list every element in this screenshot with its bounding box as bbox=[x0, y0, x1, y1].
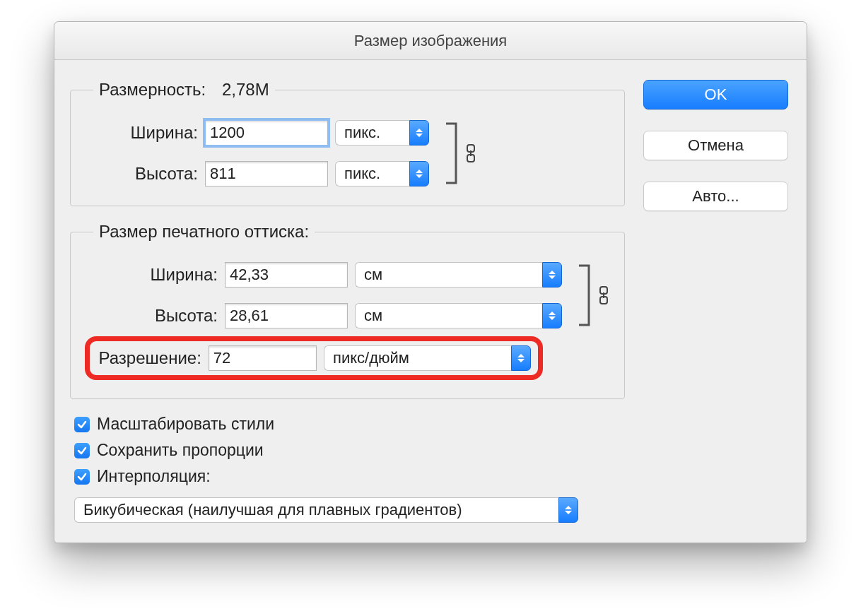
interpolation-value: Бикубическая (наилучшая для плавных град… bbox=[74, 497, 558, 523]
dialog-titlebar: Размер изображения bbox=[54, 22, 807, 60]
pixel-height-row: Высота: 811 пикс. bbox=[85, 161, 429, 186]
resolution-unit-select[interactable]: пикс/дюйм bbox=[324, 345, 531, 371]
pixel-dimensions-value: 2,78M bbox=[222, 80, 269, 99]
pixel-width-input[interactable]: 1200 bbox=[205, 120, 328, 146]
doc-height-input[interactable]: 28,61 bbox=[225, 303, 348, 328]
ok-button[interactable]: OK bbox=[643, 80, 788, 109]
document-size-group: Размер печатного оттиска: Ширина: 42,33 … bbox=[70, 222, 625, 399]
pixel-height-unit-select[interactable]: пикс. bbox=[335, 161, 429, 186]
doc-width-unit-value: см bbox=[355, 262, 542, 288]
pixel-width-row: Ширина: 1200 пикс. bbox=[85, 120, 429, 146]
cancel-button[interactable]: Отмена bbox=[643, 131, 788, 160]
pixel-width-label: Ширина: bbox=[85, 123, 198, 143]
constrain-proportions-label: Сохранить пропорции bbox=[97, 441, 264, 460]
checkbox-checked-icon bbox=[74, 417, 90, 432]
scale-styles-label: Масштабировать стили bbox=[97, 415, 274, 434]
doc-width-label: Ширина: bbox=[85, 265, 218, 285]
pixel-width-unit-value: пикс. bbox=[335, 120, 409, 146]
chevron-updown-icon bbox=[558, 497, 578, 523]
resolution-row-highlight: Разрешение: 72 пикс/дюйм bbox=[85, 336, 543, 380]
options-checkboxes: Масштабировать стили Сохранить пропорции… bbox=[74, 415, 625, 486]
doc-height-label: Высота: bbox=[85, 306, 218, 326]
pixel-height-input[interactable]: 811 bbox=[205, 161, 328, 186]
dialog-left-column: Размерность: 2,78M Ширина: 1200 пикс. bbox=[70, 80, 625, 523]
resample-label: Интерполяция: bbox=[97, 467, 211, 486]
scale-styles-checkbox[interactable]: Масштабировать стили bbox=[74, 415, 625, 434]
checkbox-checked-icon bbox=[74, 469, 90, 485]
pixel-dimensions-group: Размерность: 2,78M Ширина: 1200 пикс. bbox=[70, 80, 625, 206]
image-size-dialog: Размер изображения Размерность: 2,78M Ши… bbox=[54, 21, 807, 543]
document-size-legend: Размер печатного оттиска: bbox=[93, 222, 315, 242]
interpolation-select[interactable]: Бикубическая (наилучшая для плавных град… bbox=[74, 497, 625, 523]
chevron-updown-icon bbox=[409, 161, 429, 186]
chevron-updown-icon bbox=[542, 303, 562, 328]
chevron-updown-icon bbox=[542, 262, 562, 288]
pixel-width-unit-select[interactable]: пикс. bbox=[335, 120, 429, 146]
dialog-content: Размерность: 2,78M Ширина: 1200 пикс. bbox=[54, 60, 807, 543]
doc-height-unit-value: см bbox=[355, 303, 542, 328]
auto-button[interactable]: Авто... bbox=[643, 182, 788, 211]
constrain-proportions-checkbox[interactable]: Сохранить пропорции bbox=[74, 441, 625, 460]
dialog-title: Размер изображения bbox=[354, 32, 507, 50]
doc-width-input[interactable]: 42,33 bbox=[225, 262, 348, 288]
resolution-input[interactable]: 72 bbox=[209, 345, 317, 371]
link-icon bbox=[464, 144, 477, 162]
pixel-dimensions-legend: Размерность: 2,78M bbox=[93, 80, 275, 100]
dialog-button-column: OK Отмена Авто... bbox=[643, 80, 788, 523]
constrain-link-bracket-pixels bbox=[443, 119, 477, 187]
chevron-updown-icon bbox=[511, 345, 531, 371]
checkbox-checked-icon bbox=[74, 443, 90, 458]
constrain-link-bracket-doc bbox=[576, 261, 610, 329]
chevron-updown-icon bbox=[409, 120, 429, 146]
resolution-label: Разрешение: bbox=[97, 348, 201, 368]
pixel-dimensions-legend-label: Размерность: bbox=[99, 80, 206, 99]
resample-checkbox[interactable]: Интерполяция: bbox=[74, 467, 625, 486]
doc-height-unit-select[interactable]: см bbox=[355, 303, 562, 328]
doc-height-row: Высота: 28,61 см bbox=[85, 303, 562, 328]
pixel-height-unit-value: пикс. bbox=[335, 161, 409, 186]
doc-width-unit-select[interactable]: см bbox=[355, 262, 562, 288]
doc-width-row: Ширина: 42,33 см bbox=[85, 262, 562, 288]
link-icon bbox=[597, 286, 610, 304]
pixel-height-label: Высота: bbox=[85, 164, 198, 184]
resolution-unit-value: пикс/дюйм bbox=[324, 345, 511, 371]
